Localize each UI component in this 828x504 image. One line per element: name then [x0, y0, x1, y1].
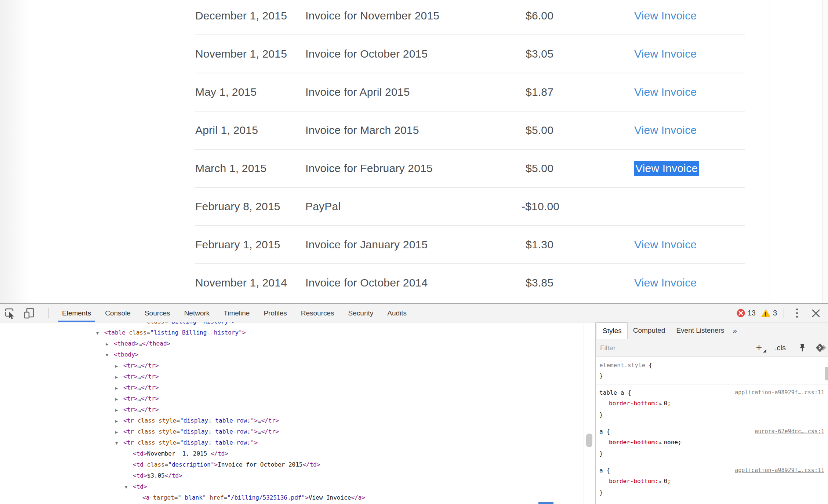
devtools-tab-security[interactable]: Security — [341, 304, 381, 322]
css-selector: table a — [599, 389, 624, 396]
devtools-tab-network[interactable]: Network — [177, 304, 217, 322]
dom-tree-line[interactable]: ▶<tr>…</tr> — [0, 393, 595, 404]
css-property-line[interactable]: border-bottom:▶0; — [599, 476, 824, 487]
code-token: <table — [104, 329, 126, 336]
code-token: "display: table-row;" — [180, 417, 254, 424]
filter-input[interactable]: Filter — [600, 339, 615, 357]
dom-tree-line[interactable]: ▶<tr>…</tr> — [0, 360, 595, 371]
toggle-class-button[interactable]: .cls — [775, 339, 786, 357]
css-rule[interactable]: aurora-62e9dcc….css:1a {border-bottom:▶n… — [596, 423, 828, 462]
expand-arrow-icon[interactable]: ▶ — [115, 394, 123, 405]
pin-icon[interactable] — [798, 343, 807, 354]
stylesheet-source-link[interactable]: aurora-62e9dcc….css:1 — [755, 426, 824, 437]
css-rule[interactable]: application-a98929f….css:11table a {bord… — [596, 384, 828, 423]
css-selector: a — [599, 467, 603, 474]
devtools-tab-console[interactable]: Console — [98, 304, 138, 322]
invoice-date: November 1, 2014 — [195, 277, 287, 289]
billing-row: April 1, 2015Invoice for March 2015$5.00… — [0, 111, 828, 149]
expand-arrow-icon[interactable]: ▶ — [115, 372, 123, 383]
device-toolbar-icon[interactable] — [23, 307, 35, 319]
devtools-tab-profiles[interactable]: Profiles — [257, 304, 294, 322]
dom-tree-line[interactable]: class="Billing--history"> — [0, 322, 595, 327]
dom-tree-line[interactable]: ▼<td> — [0, 481, 595, 492]
code-token: "display: table-row;" — [180, 439, 254, 446]
selected-breadcrumb[interactable] — [538, 502, 553, 504]
dom-tree-line[interactable]: <td>November 1, 2015 </td> — [0, 448, 595, 459]
code-token: … — [138, 395, 141, 402]
page-scrollbar-track[interactable] — [822, 0, 828, 303]
view-invoice-link[interactable]: View Invoice — [634, 48, 697, 60]
dom-tree-line[interactable]: <td class="description">Invoice for Octo… — [0, 459, 595, 470]
code-token: style — [155, 428, 177, 435]
devtools-tab-sources[interactable]: Sources — [138, 304, 177, 322]
expand-arrow-icon[interactable]: ▶ — [115, 416, 123, 427]
css-rule[interactable]: element.style {} — [596, 357, 828, 384]
css-rule[interactable]: application-a98929f….css:1a { — [596, 501, 828, 504]
stylesheet-source-link[interactable]: application-a98929f….css:11 — [735, 465, 824, 476]
expand-arrow-icon[interactable]: ▶ — [115, 427, 123, 438]
css-property-line[interactable]: border-bottom:▶0; — [599, 398, 824, 409]
css-property-line[interactable]: border-bottom:▶none; — [599, 437, 824, 448]
view-invoice-link[interactable]: View Invoice — [634, 161, 699, 176]
dom-tree-line[interactable]: <td>$3.05</td> — [0, 470, 595, 481]
sidebar-tabs-overflow-icon[interactable]: » — [730, 322, 740, 339]
expand-arrow-icon[interactable]: ▶ — [115, 405, 123, 416]
code-token: <tr — [123, 428, 134, 435]
css-rule[interactable]: application-a98929f….css:11a {border-bot… — [596, 462, 828, 501]
dom-tree-line[interactable]: ▼<table class="listing Billing--history"… — [0, 327, 595, 338]
inspect-element-icon[interactable] — [4, 307, 16, 319]
warning-count-badge[interactable]: 3 — [761, 308, 777, 318]
collapse-arrow-icon[interactable]: ▼ — [96, 328, 104, 339]
invoice-description: Invoice for March 2015 — [305, 124, 419, 136]
error-count-badge[interactable]: 13 — [736, 308, 756, 318]
code-token: </tr> — [141, 406, 159, 413]
code-token: > — [214, 461, 218, 468]
code-token: class — [134, 439, 155, 446]
dom-tree-line[interactable]: ▶<tr>…</tr> — [0, 382, 595, 393]
view-invoice-link[interactable]: View Invoice — [634, 124, 697, 136]
dom-tree-line[interactable]: ▼<tbody> — [0, 349, 595, 360]
dom-tree-line[interactable]: ▼<tr class style="display: table-row;"> — [0, 437, 595, 448]
expand-shorthand-icon[interactable]: ▶ — [660, 438, 662, 448]
view-invoice-link[interactable]: View Invoice — [634, 10, 697, 22]
view-invoice-link[interactable]: View Invoice — [634, 86, 697, 98]
collapse-arrow-icon[interactable]: ▼ — [115, 438, 123, 449]
collapse-arrow-icon[interactable]: ▼ — [106, 350, 114, 361]
expand-shorthand-icon[interactable]: ▶ — [660, 476, 662, 487]
styles-scrollbar-thumb[interactable] — [825, 367, 828, 380]
close-devtools-icon[interactable] — [810, 307, 822, 319]
devtools-menu-icon[interactable] — [792, 307, 802, 319]
breadcrumb-bar-edge — [0, 502, 584, 502]
sidebar-tab-computed[interactable]: Computed — [628, 322, 671, 339]
devtools-tab-timeline[interactable]: Timeline — [217, 304, 257, 322]
devtools-tab-audits[interactable]: Audits — [380, 304, 414, 322]
expand-arrow-icon[interactable]: ▶ — [106, 339, 114, 350]
elements-scrollbar-thumb[interactable] — [586, 434, 592, 447]
element-state-icon[interactable] — [816, 343, 827, 354]
expand-shorthand-icon[interactable]: ▶ — [660, 399, 662, 409]
devtools-tab-elements[interactable]: Elements — [55, 304, 98, 322]
sidebar-tab-styles[interactable]: Styles — [597, 322, 628, 339]
dom-tree-line[interactable]: ▶<thead>…</thead> — [0, 338, 595, 349]
devtools-tab-resources[interactable]: Resources — [294, 304, 341, 322]
dom-tree-line[interactable]: ▶<tr class style="display: table-row;">…… — [0, 415, 595, 426]
dom-tree-line[interactable]: ▶<tr class style="display: table-row;">…… — [0, 426, 595, 437]
code-token: $3.05 — [147, 472, 165, 479]
expand-arrow-icon[interactable]: ▶ — [115, 383, 123, 394]
code-token: … — [138, 373, 141, 380]
new-style-rule-icon[interactable]: + — [756, 342, 762, 353]
code-token: <tbody> — [114, 351, 138, 358]
expand-arrow-icon[interactable]: ▶ — [115, 361, 123, 372]
warning-count: 3 — [773, 309, 777, 317]
dom-tree-line[interactable]: ▶<tr>…</tr> — [0, 404, 595, 415]
view-invoice-link[interactable]: View Invoice — [634, 277, 697, 289]
invoice-date: February 8, 2015 — [195, 200, 280, 213]
sidebar-tab-event-listeners[interactable]: Event Listeners — [671, 322, 730, 339]
view-invoice-link[interactable]: View Invoice — [634, 238, 697, 251]
code-token: = — [164, 322, 168, 325]
dom-tree-line[interactable]: ▶<tr>…</tr> — [0, 371, 595, 382]
code-token: "description" — [168, 461, 214, 468]
stylesheet-source-link[interactable]: application-a98929f….css:11 — [735, 387, 824, 398]
collapse-arrow-icon[interactable]: ▼ — [125, 482, 133, 493]
code-token: > — [254, 417, 258, 424]
